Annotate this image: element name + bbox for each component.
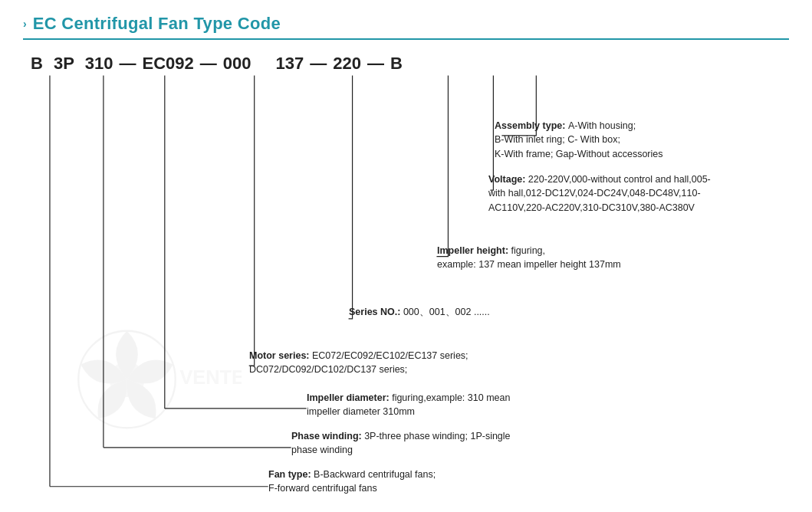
watermark-logo: VENTEC [65,326,242,433]
annotation-impeller-height: Impeller height: figuring,example: 137 m… [437,244,621,273]
code-ec092: EC092 [143,54,194,74]
diagram-area: B 3P 310 — EC092 — 000 137 — 220 — B [23,54,789,498]
annotation-fan-type-label: Fan type: [268,469,314,480]
chevron-icon: › [23,18,27,30]
title-divider [23,38,789,40]
dash4: — [367,54,384,74]
annotation-assembly-text3: K-With frame; Gap-Without accessories [495,149,663,159]
annotation-voltage-label: Voltage: [488,174,528,185]
code-137: 137 [276,54,304,74]
annotation-assembly-text1: A-With housing; [568,120,636,131]
dash3: — [310,54,327,74]
annotation-series-label: Series NO.: [349,307,403,317]
annotation-impeller-height-label: Impeller height: [437,245,511,256]
dash1: — [120,54,136,74]
code-220: 220 [333,54,361,74]
svg-text:VENTEC: VENTEC [180,366,242,387]
annotation-series: Series NO.: 000、001、002 ...... [349,305,490,320]
annotation-impeller-dia-label: Impeller diameter: [307,392,392,403]
annotation-voltage: Voltage: 220-220V,000-without control an… [488,172,711,215]
dash2: — [200,54,217,74]
annotation-fan-type: Fan type: B-Backward centrifugal fans;F-… [268,468,436,497]
page-title: EC Centrifugal Fan Type Code [33,14,281,34]
annotation-phase: Phase winding: 3P-three phase winding; 1… [291,429,511,458]
code-000: 000 [223,54,251,74]
code-b: B [31,54,43,74]
code-310: 310 [85,54,113,74]
annotation-assembly-text2: B-With inlet ring; C- With box; [495,134,620,145]
annotation-series-text: 000、001、002 ...... [403,307,490,317]
title-row: › EC Centrifugal Fan Type Code [23,14,789,34]
annotation-motor-label: Motor series: [249,350,312,361]
annotation-assembly-label: Assembly type: [495,120,568,131]
page-container: › EC Centrifugal Fan Type Code B 3P 310 … [0,0,812,512]
annotation-motor: Motor series: EC072/EC092/EC102/EC137 se… [249,349,468,378]
annotation-phase-label: Phase winding: [291,431,364,441]
code-3p: 3P [54,54,74,74]
annotation-impeller-dia: Impeller diameter: figuring,example: 310… [307,391,510,420]
code-b2: B [390,54,403,74]
type-code-row: B 3P 310 — EC092 — 000 137 — 220 — B [31,54,403,74]
annotation-assembly: Assembly type: A-With housing; B-With in… [495,119,663,162]
